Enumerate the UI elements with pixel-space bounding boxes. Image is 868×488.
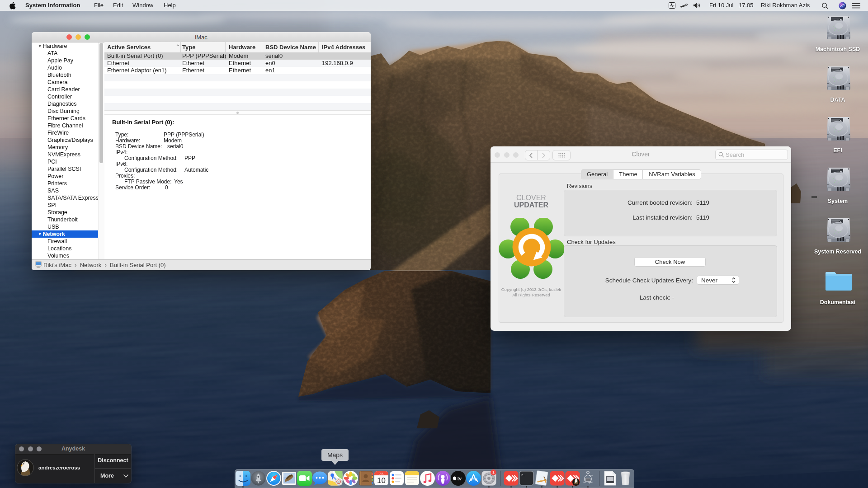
svg-text:3D: 3D bbox=[337, 481, 340, 483]
svg-text:>_: >_ bbox=[521, 473, 525, 477]
svg-text:JUL: JUL bbox=[379, 472, 384, 475]
svg-text:tv: tv bbox=[457, 476, 461, 481]
svg-text:10: 10 bbox=[377, 476, 386, 485]
